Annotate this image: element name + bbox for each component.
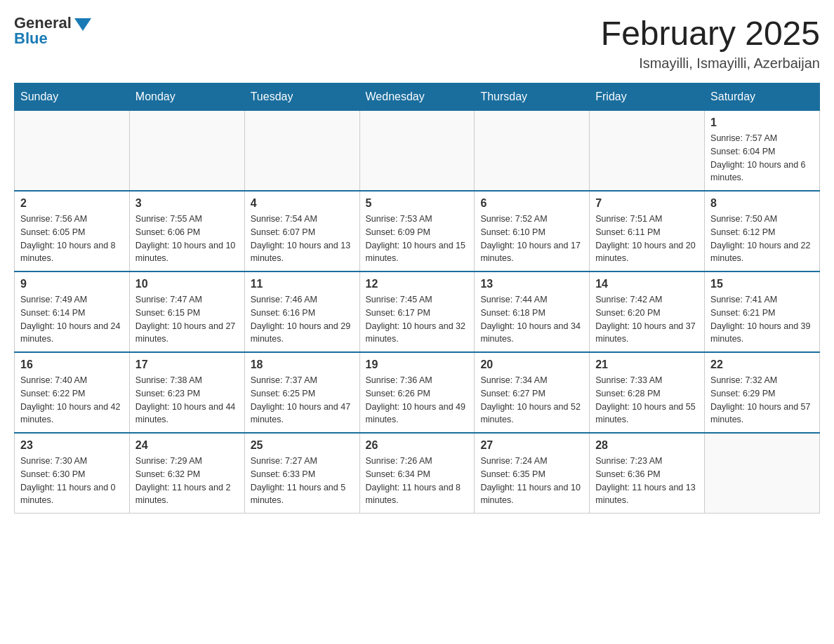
calendar-day-cell: 15Sunrise: 7:41 AMSunset: 6:21 PMDayligh… bbox=[705, 271, 820, 352]
calendar-day-cell: 13Sunrise: 7:44 AMSunset: 6:18 PMDayligh… bbox=[475, 271, 590, 352]
calendar-day-cell bbox=[15, 111, 130, 192]
calendar-day-cell bbox=[359, 111, 475, 192]
day-info: Sunrise: 7:45 AMSunset: 6:17 PMDaylight:… bbox=[366, 293, 469, 346]
day-info: Sunrise: 7:34 AMSunset: 6:27 PMDaylight:… bbox=[480, 374, 583, 427]
day-info: Sunrise: 7:56 AMSunset: 6:05 PMDaylight:… bbox=[20, 213, 124, 265]
day-number: 24 bbox=[135, 439, 239, 452]
calendar-day-cell: 2Sunrise: 7:56 AMSunset: 6:05 PMDaylight… bbox=[15, 191, 130, 271]
day-number: 9 bbox=[20, 278, 124, 290]
calendar-day-cell bbox=[590, 111, 705, 192]
day-number: 13 bbox=[480, 278, 583, 290]
calendar-day-cell: 8Sunrise: 7:50 AMSunset: 6:12 PMDaylight… bbox=[705, 191, 820, 271]
calendar-day-cell: 3Sunrise: 7:55 AMSunset: 6:06 PMDaylight… bbox=[129, 191, 244, 271]
day-number: 28 bbox=[595, 439, 699, 452]
calendar-week-row: 2Sunrise: 7:56 AMSunset: 6:05 PMDaylight… bbox=[15, 191, 820, 271]
calendar-day-cell bbox=[244, 111, 359, 192]
day-info: Sunrise: 7:51 AMSunset: 6:11 PMDaylight:… bbox=[595, 213, 699, 265]
day-info: Sunrise: 7:55 AMSunset: 6:06 PMDaylight:… bbox=[135, 213, 239, 265]
day-info: Sunrise: 7:30 AMSunset: 6:30 PMDaylight:… bbox=[20, 455, 124, 507]
day-info: Sunrise: 7:54 AMSunset: 6:07 PMDaylight:… bbox=[251, 213, 354, 265]
calendar-day-cell: 21Sunrise: 7:33 AMSunset: 6:28 PMDayligh… bbox=[590, 352, 705, 433]
calendar-table: SundayMondayTuesdayWednesdayThursdayFrid… bbox=[14, 83, 820, 514]
day-info: Sunrise: 7:33 AMSunset: 6:28 PMDaylight:… bbox=[595, 374, 699, 427]
day-number: 25 bbox=[251, 439, 354, 452]
calendar-day-cell: 26Sunrise: 7:26 AMSunset: 6:34 PMDayligh… bbox=[359, 433, 475, 514]
day-header-sunday: Sunday bbox=[15, 83, 130, 111]
day-number: 18 bbox=[251, 358, 354, 371]
day-number: 10 bbox=[135, 278, 239, 290]
calendar-day-cell: 27Sunrise: 7:24 AMSunset: 6:35 PMDayligh… bbox=[475, 433, 590, 514]
calendar-subtitle: Ismayilli, Ismayilli, Azerbaijan bbox=[601, 55, 820, 72]
day-info: Sunrise: 7:44 AMSunset: 6:18 PMDaylight:… bbox=[480, 293, 583, 346]
calendar-day-cell: 17Sunrise: 7:38 AMSunset: 6:23 PMDayligh… bbox=[129, 352, 244, 433]
day-number: 26 bbox=[366, 439, 469, 452]
day-number: 2 bbox=[20, 197, 124, 210]
calendar-day-cell: 23Sunrise: 7:30 AMSunset: 6:30 PMDayligh… bbox=[15, 433, 130, 514]
calendar-day-cell: 19Sunrise: 7:36 AMSunset: 6:26 PMDayligh… bbox=[359, 352, 475, 433]
calendar-week-row: 9Sunrise: 7:49 AMSunset: 6:14 PMDaylight… bbox=[15, 271, 820, 352]
day-info: Sunrise: 7:37 AMSunset: 6:25 PMDaylight:… bbox=[251, 374, 354, 427]
day-number: 11 bbox=[251, 278, 354, 290]
day-header-friday: Friday bbox=[590, 83, 705, 111]
day-info: Sunrise: 7:26 AMSunset: 6:34 PMDaylight:… bbox=[366, 455, 469, 507]
day-info: Sunrise: 7:36 AMSunset: 6:26 PMDaylight:… bbox=[366, 374, 469, 427]
day-number: 4 bbox=[251, 197, 354, 210]
calendar-day-cell: 12Sunrise: 7:45 AMSunset: 6:17 PMDayligh… bbox=[359, 271, 475, 352]
day-info: Sunrise: 7:53 AMSunset: 6:09 PMDaylight:… bbox=[366, 213, 469, 265]
calendar-day-cell: 6Sunrise: 7:52 AMSunset: 6:10 PMDaylight… bbox=[475, 191, 590, 271]
calendar-day-cell bbox=[705, 433, 820, 514]
day-number: 5 bbox=[366, 197, 469, 210]
day-number: 14 bbox=[595, 278, 699, 290]
day-number: 22 bbox=[710, 358, 814, 371]
day-info: Sunrise: 7:49 AMSunset: 6:14 PMDaylight:… bbox=[20, 293, 124, 346]
calendar-week-row: 23Sunrise: 7:30 AMSunset: 6:30 PMDayligh… bbox=[15, 433, 820, 514]
day-header-thursday: Thursday bbox=[475, 83, 590, 111]
day-info: Sunrise: 7:50 AMSunset: 6:12 PMDaylight:… bbox=[710, 213, 814, 265]
calendar-day-cell bbox=[475, 111, 590, 192]
calendar-title: February 2025 bbox=[601, 14, 820, 53]
day-info: Sunrise: 7:29 AMSunset: 6:32 PMDaylight:… bbox=[135, 455, 239, 507]
title-section: February 2025 Ismayilli, Ismayilli, Azer… bbox=[601, 14, 820, 72]
day-header-wednesday: Wednesday bbox=[359, 83, 475, 111]
logo-blue-text: Blue bbox=[14, 29, 48, 48]
day-info: Sunrise: 7:41 AMSunset: 6:21 PMDaylight:… bbox=[710, 293, 814, 346]
day-number: 15 bbox=[710, 278, 814, 290]
day-info: Sunrise: 7:38 AMSunset: 6:23 PMDaylight:… bbox=[135, 374, 239, 427]
calendar-day-cell: 22Sunrise: 7:32 AMSunset: 6:29 PMDayligh… bbox=[705, 352, 820, 433]
day-info: Sunrise: 7:23 AMSunset: 6:36 PMDaylight:… bbox=[595, 455, 699, 507]
day-info: Sunrise: 7:27 AMSunset: 6:33 PMDaylight:… bbox=[251, 455, 354, 507]
calendar-day-cell: 18Sunrise: 7:37 AMSunset: 6:25 PMDayligh… bbox=[244, 352, 359, 433]
calendar-day-cell: 28Sunrise: 7:23 AMSunset: 6:36 PMDayligh… bbox=[590, 433, 705, 514]
calendar-day-cell: 14Sunrise: 7:42 AMSunset: 6:20 PMDayligh… bbox=[590, 271, 705, 352]
calendar-day-cell: 4Sunrise: 7:54 AMSunset: 6:07 PMDaylight… bbox=[244, 191, 359, 271]
day-number: 1 bbox=[710, 116, 814, 129]
calendar-day-cell: 9Sunrise: 7:49 AMSunset: 6:14 PMDaylight… bbox=[15, 271, 130, 352]
day-info: Sunrise: 7:52 AMSunset: 6:10 PMDaylight:… bbox=[480, 213, 583, 265]
day-number: 20 bbox=[480, 358, 583, 371]
day-info: Sunrise: 7:46 AMSunset: 6:16 PMDaylight:… bbox=[251, 293, 354, 346]
day-header-tuesday: Tuesday bbox=[244, 83, 359, 111]
calendar-week-row: 16Sunrise: 7:40 AMSunset: 6:22 PMDayligh… bbox=[15, 352, 820, 433]
calendar-day-cell: 24Sunrise: 7:29 AMSunset: 6:32 PMDayligh… bbox=[129, 433, 244, 514]
day-number: 8 bbox=[710, 197, 814, 210]
day-number: 27 bbox=[480, 439, 583, 452]
day-number: 23 bbox=[20, 439, 124, 452]
day-number: 21 bbox=[595, 358, 699, 371]
calendar-day-cell: 16Sunrise: 7:40 AMSunset: 6:22 PMDayligh… bbox=[15, 352, 130, 433]
day-number: 7 bbox=[595, 197, 699, 210]
day-info: Sunrise: 7:32 AMSunset: 6:29 PMDaylight:… bbox=[710, 374, 814, 427]
day-number: 16 bbox=[20, 358, 124, 371]
day-number: 3 bbox=[135, 197, 239, 210]
day-info: Sunrise: 7:40 AMSunset: 6:22 PMDaylight:… bbox=[20, 374, 124, 427]
logo: General Blue bbox=[14, 14, 91, 48]
day-info: Sunrise: 7:24 AMSunset: 6:35 PMDaylight:… bbox=[480, 455, 583, 507]
day-info: Sunrise: 7:47 AMSunset: 6:15 PMDaylight:… bbox=[135, 293, 239, 346]
day-number: 19 bbox=[366, 358, 469, 371]
calendar-day-cell: 11Sunrise: 7:46 AMSunset: 6:16 PMDayligh… bbox=[244, 271, 359, 352]
calendar-day-cell: 25Sunrise: 7:27 AMSunset: 6:33 PMDayligh… bbox=[244, 433, 359, 514]
calendar-day-cell: 10Sunrise: 7:47 AMSunset: 6:15 PMDayligh… bbox=[129, 271, 244, 352]
day-info: Sunrise: 7:42 AMSunset: 6:20 PMDaylight:… bbox=[595, 293, 699, 346]
calendar-day-cell: 20Sunrise: 7:34 AMSunset: 6:27 PMDayligh… bbox=[475, 352, 590, 433]
day-number: 17 bbox=[135, 358, 239, 371]
calendar-day-cell: 7Sunrise: 7:51 AMSunset: 6:11 PMDaylight… bbox=[590, 191, 705, 271]
